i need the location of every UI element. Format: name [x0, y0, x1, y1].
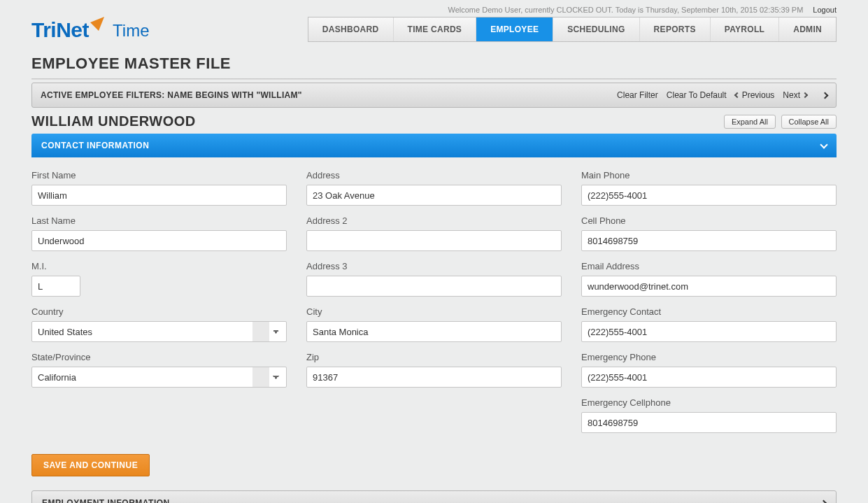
city-input[interactable] [306, 321, 562, 342]
label-address3: Address 3 [306, 261, 562, 271]
zip-input[interactable] [306, 367, 562, 388]
active-filter-text: ACTIVE EMPLOYEE FILTERS: NAME BEGINS WIT… [41, 90, 302, 100]
logo-brand: TriNet [31, 18, 89, 42]
next-label: Next [783, 90, 800, 100]
collapse-all-button[interactable]: Collapse All [781, 115, 837, 129]
first-name-input[interactable] [31, 185, 287, 206]
nav-scheduling[interactable]: SCHEDULING [553, 17, 639, 41]
employee-name: WILLIAM UNDERWOOD [31, 113, 196, 129]
chevron-down-icon [820, 141, 827, 148]
main-nav: DASHBOARD TIME CARDS EMPLOYEE SCHEDULING… [308, 17, 837, 42]
logout-link[interactable]: Logout [813, 6, 837, 14]
nav-time-cards[interactable]: TIME CARDS [394, 17, 477, 41]
label-email: Email Address [581, 261, 837, 271]
nav-employee[interactable]: EMPLOYEE [476, 17, 553, 41]
label-last-name: Last Name [31, 215, 287, 226]
next-link[interactable]: Next [783, 90, 807, 100]
mi-input[interactable] [31, 276, 80, 297]
logo-swoosh-icon [90, 17, 104, 31]
main-phone-input[interactable] [581, 185, 837, 206]
contact-form: First Name Last Name M.I. Country United… [31, 157, 837, 448]
label-emergency-phone: Emergency Phone [581, 352, 837, 362]
clear-to-default-link[interactable]: Clear To Default [667, 90, 727, 100]
country-select[interactable]: United States [31, 321, 287, 342]
emergency-cell-input[interactable] [581, 412, 837, 433]
filter-bar: ACTIVE EMPLOYEE FILTERS: NAME BEGINS WIT… [31, 83, 837, 108]
nav-dashboard[interactable]: DASHBOARD [308, 17, 394, 41]
welcome-text: Welcome Demo User, currently CLOCKED OUT… [448, 6, 803, 14]
address3-input[interactable] [306, 276, 562, 297]
label-country: Country [31, 306, 287, 317]
address2-input[interactable] [306, 230, 562, 251]
label-address: Address [306, 170, 562, 180]
nav-payroll[interactable]: PAYROLL [711, 17, 779, 41]
jump-next-icon[interactable] [822, 92, 829, 99]
email-input[interactable] [581, 276, 837, 297]
last-name-input[interactable] [31, 230, 287, 251]
state-select[interactable]: California [31, 367, 287, 388]
label-state: State/Province [31, 352, 287, 362]
label-emergency-cell: Emergency Cellphone [581, 397, 837, 408]
address-input[interactable] [306, 185, 562, 206]
chevron-right-icon [802, 92, 808, 98]
label-zip: Zip [306, 352, 562, 362]
cell-phone-input[interactable] [581, 230, 837, 251]
logo-product: Time [113, 21, 149, 41]
label-cell-phone: Cell Phone [581, 215, 837, 226]
label-main-phone: Main Phone [581, 170, 837, 180]
label-first-name: First Name [31, 170, 287, 180]
previous-link[interactable]: Previous [735, 90, 775, 100]
divider [31, 78, 837, 80]
label-address2: Address 2 [306, 215, 562, 226]
label-emergency-contact: Emergency Contact [581, 306, 837, 317]
emergency-phone-input[interactable] [581, 367, 837, 388]
emergency-contact-input[interactable] [581, 321, 837, 342]
chevron-right-icon [820, 500, 827, 503]
previous-label: Previous [742, 90, 775, 100]
label-city: City [306, 306, 562, 317]
nav-admin[interactable]: ADMIN [779, 17, 836, 41]
nav-reports[interactable]: REPORTS [640, 17, 711, 41]
save-and-continue-button[interactable]: SAVE AND CONTINUE [31, 454, 150, 476]
clear-filter-link[interactable]: Clear Filter [617, 90, 658, 100]
section-employment-header[interactable]: EMPLOYMENT INFORMATION [31, 490, 837, 503]
label-mi: M.I. [31, 261, 287, 271]
section-employment-title: EMPLOYMENT INFORMATION [42, 498, 170, 503]
expand-all-button[interactable]: Expand All [724, 115, 776, 129]
section-contact-header[interactable]: CONTACT INFORMATION [31, 134, 837, 157]
chevron-left-icon [734, 92, 739, 98]
logo: TriNet Time [31, 18, 149, 42]
section-contact-title: CONTACT INFORMATION [41, 141, 149, 150]
page-title: EMPLOYEE MASTER FILE [31, 55, 837, 73]
